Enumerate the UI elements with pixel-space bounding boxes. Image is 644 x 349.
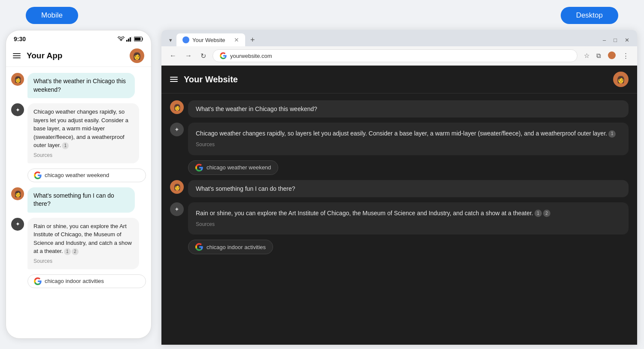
google-address-icon <box>220 52 227 59</box>
mobile-ai-avatar-1: ✦ <box>11 103 24 116</box>
desktop-ai-avatar-2: ✦ <box>170 202 184 216</box>
d-footnote-1: 1 <box>608 130 616 138</box>
desktop-chip-1-text: chicago weather weekend <box>207 164 271 171</box>
forward-button[interactable]: → <box>183 51 194 60</box>
tab-dropdown-button[interactable]: ▾ <box>167 35 175 45</box>
d-footnote-2a: 1 <box>535 210 542 217</box>
desktop-ai-msg-2: ✦ Rain or shine, you can explore the Art… <box>170 202 629 235</box>
d-footnote-2b: 2 <box>543 210 550 217</box>
desktop-panel: ▾ Your Website ✕ + – □ ✕ <box>155 26 644 349</box>
mobile-chip-1-text: chicago weather weekend <box>45 172 109 178</box>
mobile-time: 9:30 <box>14 36 26 42</box>
mobile-chip-1[interactable]: chicago weather weekend <box>27 168 146 182</box>
address-bar[interactable]: yourwebsite.com <box>213 49 577 62</box>
signal-icon <box>126 36 132 42</box>
mobile-status-bar: 9:30 <box>6 30 151 45</box>
mobile-frame: 9:30 <box>6 30 152 339</box>
svg-rect-1 <box>128 39 129 42</box>
desktop-app-header: Your Website 👩 <box>161 66 637 93</box>
mobile-avatar[interactable]: 👩 <box>130 48 144 63</box>
desktop-web-content: Your Website 👩 👩 What's the weather in C… <box>161 66 637 345</box>
mobile-mode-button[interactable]: Mobile <box>26 7 78 24</box>
mobile-chat-area: 👩 What's the weather in Chicago this wee… <box>6 67 151 338</box>
bookmark-button[interactable]: ☆ <box>582 51 592 61</box>
mobile-status-icons <box>118 36 143 42</box>
desktop-user-msg-1: 👩 What's the weather in Chicago this wee… <box>170 100 629 117</box>
desktop-mode-button[interactable]: Desktop <box>561 7 618 24</box>
new-tab-button[interactable]: + <box>247 34 258 46</box>
browser-chrome: ▾ Your Website ✕ + – □ ✕ <box>161 30 637 66</box>
mobile-user-bubble-1: What's the weather in Chicago this weeke… <box>27 73 135 98</box>
desktop-app-title: Your Website <box>184 75 238 84</box>
desktop-sources-1: Sources <box>196 141 621 149</box>
desktop-ai-msg-1: ✦ Chicago weather changes rapidly, so la… <box>170 123 629 155</box>
desktop-user-avatar-1: 👩 <box>170 100 184 114</box>
desktop-user-avatar-2: 👩 <box>170 180 184 194</box>
mobile-sources-1: Sources <box>33 151 133 159</box>
mobile-ai-bubble-2: Rain or shine, you can explore the Art I… <box>27 218 139 269</box>
mobile-user-msg-2: 👩 What's something fun I can do there? <box>11 187 146 213</box>
svg-rect-0 <box>126 40 128 42</box>
google-logo-2 <box>34 277 42 285</box>
mobile-chip-2-text: chicago indoor activities <box>45 278 104 284</box>
google-logo-1 <box>34 171 42 179</box>
mobile-sources-2: Sources <box>33 257 133 265</box>
desktop-chip-2[interactable]: chicago indoor activities <box>188 240 273 254</box>
svg-rect-3 <box>131 36 132 42</box>
desktop-chip-2-text: chicago indoor activities <box>207 244 266 250</box>
desktop-ai-avatar-1: ✦ <box>170 123 184 136</box>
footnote-2b: 2 <box>72 248 79 255</box>
desktop-google-logo-2 <box>195 243 203 251</box>
toolbar-icons: ☆ ⧉ ⋮ <box>582 50 631 62</box>
mobile-chip-2[interactable]: chicago indoor activities <box>27 274 146 288</box>
menu-dots-button[interactable]: ⋮ <box>620 51 631 61</box>
desktop-ai-bubble-2: Rain or shine, you can explore the Art I… <box>188 202 629 235</box>
browser-tab-active[interactable]: Your Website ✕ <box>176 33 245 46</box>
wifi-icon <box>118 36 125 42</box>
browser-frame: ▾ Your Website ✕ + – □ ✕ <box>161 30 637 345</box>
maximize-button[interactable]: □ <box>611 35 620 45</box>
mobile-user-bubble-2: What's something fun I can do there? <box>27 187 135 213</box>
extensions-button[interactable]: ⧉ <box>594 51 603 61</box>
back-button[interactable]: ← <box>167 51 179 60</box>
mobile-ai-msg-1: ✦ Chicago weather changes rapidly, so la… <box>11 103 146 163</box>
mobile-user-msg-1: 👩 What's the weather in Chicago this wee… <box>11 73 146 98</box>
footnote-1: 1 <box>62 142 69 149</box>
mobile-ai-avatar-2: ✦ <box>11 218 24 231</box>
svg-rect-2 <box>130 37 131 42</box>
desktop-user-msg-2: 👩 What's something fun I can do there? <box>170 180 629 197</box>
desktop-user-avatar[interactable]: 👩 <box>613 72 629 87</box>
desktop-user-bubble-1: What's the weather in Chicago this weeke… <box>188 100 629 117</box>
mobile-user-avatar-2: 👩 <box>11 187 24 200</box>
battery-icon <box>134 36 143 42</box>
mobile-user-avatar-1: 👩 <box>11 73 24 86</box>
mobile-ai-msg-2: ✦ Rain or shine, you can explore the Art… <box>11 218 146 269</box>
mobile-header: Your App 👩 <box>6 45 151 67</box>
browser-toolbar: ← → ↻ yourwebsite.com ☆ <box>161 46 637 66</box>
desktop-google-logo-1 <box>195 164 203 171</box>
desktop-chat-area: 👩 What's the weather in Chicago this wee… <box>161 93 637 345</box>
close-button[interactable]: ✕ <box>622 35 632 45</box>
tab-title: Your Website <box>192 37 225 43</box>
browser-window-controls: – □ ✕ <box>600 35 632 45</box>
mobile-ai-bubble-1: Chicago weather changes rapidly, so laye… <box>27 103 139 163</box>
menu-icon[interactable] <box>13 53 21 58</box>
svg-rect-5 <box>135 38 141 41</box>
browser-title-bar: ▾ Your Website ✕ + – □ ✕ <box>161 30 637 46</box>
desktop-menu-icon[interactable] <box>170 77 178 82</box>
url-text: yourwebsite.com <box>230 53 272 59</box>
minimize-button[interactable]: – <box>600 35 608 45</box>
footnote-2a: 1 <box>64 248 71 255</box>
profile-button[interactable] <box>606 50 618 62</box>
mobile-panel: 9:30 <box>0 26 155 349</box>
tab-close-button[interactable]: ✕ <box>234 36 239 43</box>
desktop-chip-1[interactable]: chicago weather weekend <box>188 160 278 175</box>
refresh-button[interactable]: ↻ <box>198 51 208 61</box>
desktop-ai-bubble-1: Chicago weather changes rapidly, so laye… <box>188 123 629 155</box>
mobile-app-title: Your App <box>27 51 130 60</box>
tab-favicon <box>182 36 189 43</box>
desktop-user-bubble-2: What's something fun I can do there? <box>188 180 629 197</box>
desktop-sources-2: Sources <box>196 220 621 229</box>
